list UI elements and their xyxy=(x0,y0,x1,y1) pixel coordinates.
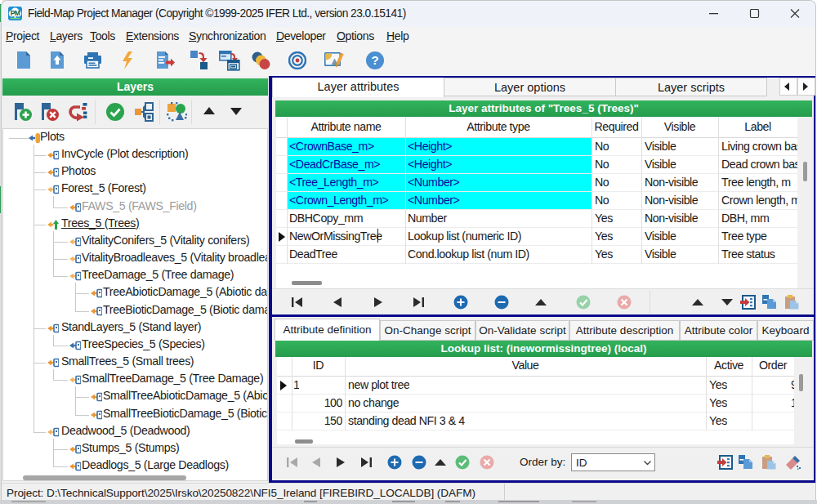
svg-text:?: ? xyxy=(371,53,378,67)
svg-text:PM: PM xyxy=(11,9,20,17)
